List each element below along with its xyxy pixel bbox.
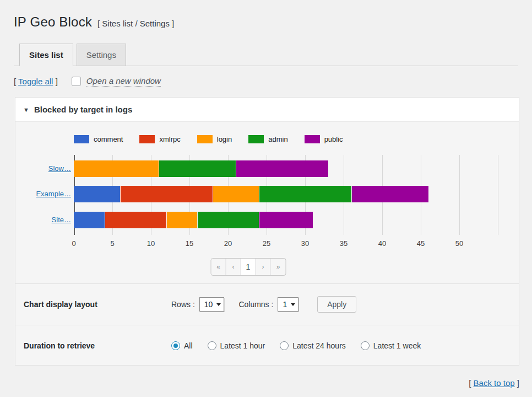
gridline bbox=[459, 155, 460, 235]
legend-label: comment bbox=[94, 135, 123, 143]
tab-settings[interactable]: Settings bbox=[77, 44, 126, 66]
legend-label: xmlrpc bbox=[159, 135, 180, 143]
page-root: IP Geo Block [ Sites list / Settings ] S… bbox=[0, 0, 532, 397]
page-header: IP Geo Block [ Sites list / Settings ] bbox=[14, 14, 174, 30]
columns-select-value: 1 bbox=[283, 300, 287, 309]
rows-select[interactable]: 10 bbox=[199, 297, 225, 312]
bar-segment-xmlrpc[interactable] bbox=[105, 212, 166, 228]
duration-option-all[interactable]: All bbox=[171, 341, 193, 350]
legend-swatch-icon bbox=[139, 135, 155, 143]
toggle-all: [ Toggle all ] bbox=[14, 77, 58, 86]
radio-label: Latest 24 hours bbox=[292, 341, 346, 350]
x-tick-label: 5 bbox=[101, 239, 123, 248]
page-title: IP Geo Block bbox=[14, 14, 92, 30]
bar-segment-admin[interactable] bbox=[197, 212, 259, 228]
x-tick-label: 25 bbox=[256, 239, 278, 248]
chevron-down-icon bbox=[291, 303, 295, 306]
panel-header[interactable]: ▼ Blocked by target in logs bbox=[15, 98, 519, 122]
x-tick-label: 30 bbox=[294, 239, 316, 248]
radio-icon[interactable] bbox=[361, 341, 370, 350]
pagination: «‹1›» bbox=[211, 258, 286, 276]
toggle-all-link[interactable]: Toggle all bbox=[18, 77, 53, 86]
panel-title: Blocked by target in logs bbox=[34, 105, 132, 114]
open-new-window-checkbox[interactable] bbox=[72, 77, 81, 86]
x-tick-label: 50 bbox=[448, 239, 470, 248]
bar-segment-public[interactable] bbox=[259, 212, 313, 228]
radio-label: All bbox=[184, 341, 193, 350]
chart-plot: 05101520253035404550 bbox=[74, 155, 513, 235]
toolbar: [ Toggle all ] Open a new window bbox=[14, 76, 161, 87]
legend-swatch-icon bbox=[74, 135, 89, 143]
pagination-arrow-button[interactable]: » bbox=[271, 259, 286, 275]
legend-swatch-icon bbox=[197, 135, 213, 143]
category-label: Example… bbox=[15, 190, 71, 198]
chart-layout-row: Chart display layout Rows : 10 Columns :… bbox=[15, 283, 519, 325]
bar-segment-admin[interactable] bbox=[159, 160, 236, 177]
chart-bar-row bbox=[74, 186, 428, 202]
gridline bbox=[498, 155, 498, 235]
legend-item-admin: admin bbox=[248, 135, 287, 143]
site-link[interactable]: Site… bbox=[52, 216, 71, 224]
bar-segment-xmlrpc[interactable] bbox=[120, 186, 213, 202]
bar-segment-login[interactable] bbox=[213, 186, 259, 202]
legend-label: public bbox=[324, 135, 343, 143]
x-tick-label: 15 bbox=[178, 239, 200, 248]
columns-select[interactable]: 1 bbox=[278, 297, 298, 312]
legend-item-comment: comment bbox=[74, 135, 123, 143]
site-link[interactable]: Example… bbox=[36, 190, 71, 198]
duration-label: Duration to retrieve bbox=[24, 341, 171, 350]
radio-icon[interactable] bbox=[280, 341, 289, 350]
bar-segment-login[interactable] bbox=[166, 212, 197, 228]
site-link[interactable]: Slow… bbox=[48, 164, 71, 173]
open-new-window-label[interactable]: Open a new window bbox=[86, 76, 161, 87]
duration-option-latest-24-hours[interactable]: Latest 24 hours bbox=[280, 341, 346, 350]
chart-bar-row bbox=[74, 160, 328, 177]
duration-option-latest-1-week[interactable]: Latest 1 week bbox=[361, 341, 421, 350]
category-label: Site… bbox=[15, 216, 71, 224]
x-tick-label: 0 bbox=[63, 239, 85, 248]
apply-button[interactable]: Apply bbox=[317, 296, 356, 313]
legend-item-public: public bbox=[305, 135, 343, 143]
duration-option-latest-1-hour[interactable]: Latest 1 hour bbox=[208, 341, 265, 350]
legend-item-xmlrpc: xmlrpc bbox=[139, 135, 180, 143]
back-to-top: [ Back to top ] bbox=[469, 378, 519, 388]
legend-item-login: login bbox=[197, 135, 232, 143]
bar-segment-public[interactable] bbox=[351, 186, 428, 202]
x-tick-label: 40 bbox=[371, 239, 393, 248]
bar-segment-comment[interactable] bbox=[74, 212, 105, 228]
columns-label: Columns : bbox=[238, 300, 273, 309]
radio-icon[interactable] bbox=[171, 341, 180, 350]
tab-bar: Sites listSettings bbox=[14, 42, 518, 66]
triangle-down-icon: ▼ bbox=[23, 106, 29, 113]
back-to-top-link[interactable]: Back to top bbox=[474, 378, 515, 388]
category-label: Slow… bbox=[15, 164, 71, 173]
x-tick-label: 10 bbox=[140, 239, 162, 248]
bracket-close: ] bbox=[53, 77, 57, 86]
bar-segment-login[interactable] bbox=[74, 160, 159, 177]
chart-legend: commentxmlrpcloginadminpublic bbox=[74, 135, 343, 143]
bracket-open: [ bbox=[14, 77, 18, 86]
bar-segment-comment[interactable] bbox=[74, 186, 120, 202]
chart-section: commentxmlrpcloginadminpublic 0510152025… bbox=[15, 122, 519, 283]
radio-label: Latest 1 week bbox=[373, 341, 421, 350]
pagination-arrow-button[interactable]: › bbox=[256, 259, 271, 275]
radio-label: Latest 1 hour bbox=[220, 341, 265, 350]
chevron-down-icon bbox=[216, 303, 221, 306]
radio-icon[interactable] bbox=[208, 341, 216, 350]
pagination-arrow-button[interactable]: « bbox=[211, 259, 226, 275]
tab-sites-list[interactable]: Sites list bbox=[19, 44, 73, 66]
duration-row: Duration to retrieve AllLatest 1 hourLat… bbox=[15, 325, 519, 366]
x-tick-label: 45 bbox=[410, 239, 432, 248]
rows-label: Rows : bbox=[171, 300, 195, 309]
chart-bar-row bbox=[74, 212, 313, 228]
pagination-arrow-button[interactable]: ‹ bbox=[226, 259, 241, 275]
bar-segment-admin[interactable] bbox=[259, 186, 351, 202]
duration-options: AllLatest 1 hourLatest 24 hoursLatest 1 … bbox=[171, 341, 421, 350]
bar-segment-public[interactable] bbox=[236, 160, 328, 177]
chart-layout-label: Chart display layout bbox=[24, 300, 171, 309]
legend-swatch-icon bbox=[305, 135, 320, 143]
legend-label: admin bbox=[268, 135, 287, 143]
pagination-current-page[interactable]: 1 bbox=[241, 259, 256, 275]
x-tick-label: 20 bbox=[217, 239, 239, 248]
bracket-open: [ bbox=[469, 378, 473, 388]
